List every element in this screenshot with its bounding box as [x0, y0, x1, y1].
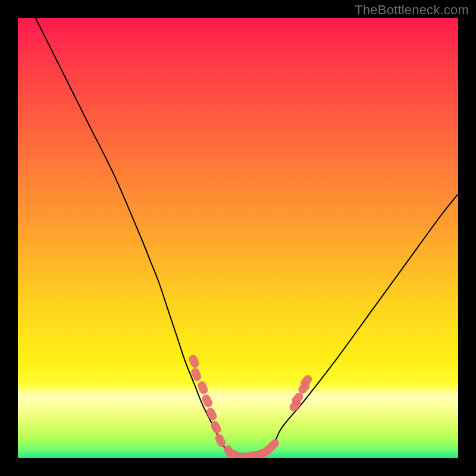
- svg-rect-1: [190, 367, 202, 383]
- curve-marker: [214, 433, 227, 448]
- svg-rect-4: [205, 406, 218, 422]
- curve-marker: [190, 367, 202, 383]
- bottleneck-curve: [36, 18, 458, 458]
- svg-rect-6: [214, 433, 227, 448]
- curve-marker: [205, 406, 218, 422]
- curve-marker: [187, 353, 200, 369]
- svg-rect-3: [201, 393, 214, 409]
- watermark-text: TheBottleneck.com: [355, 2, 469, 18]
- outer-frame: TheBottleneck.com: [0, 0, 476, 476]
- curve-group: [36, 18, 458, 458]
- marker-group: [187, 353, 314, 458]
- chart-svg: [18, 18, 458, 458]
- plot-area: [18, 18, 458, 458]
- curve-marker: [201, 393, 214, 409]
- svg-rect-0: [187, 353, 200, 369]
